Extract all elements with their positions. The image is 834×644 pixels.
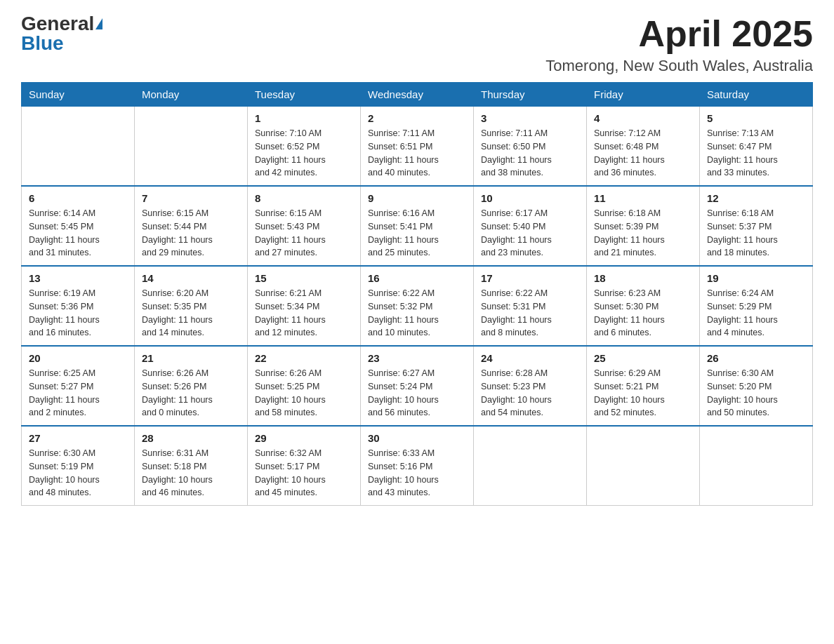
table-row: 21Sunrise: 6:26 AMSunset: 5:26 PMDayligh…	[135, 346, 248, 426]
table-row: 17Sunrise: 6:22 AMSunset: 5:31 PMDayligh…	[474, 266, 587, 346]
day-number: 28	[142, 432, 240, 444]
day-number: 9	[368, 192, 466, 204]
table-row: 18Sunrise: 6:23 AMSunset: 5:30 PMDayligh…	[587, 266, 700, 346]
day-number: 13	[29, 272, 127, 284]
table-row	[700, 426, 813, 506]
day-info: Sunrise: 6:24 AMSunset: 5:29 PMDaylight:…	[707, 287, 805, 340]
day-number: 2	[368, 112, 466, 124]
day-info: Sunrise: 6:33 AMSunset: 5:16 PMDaylight:…	[368, 447, 466, 499]
calendar-body: 1Sunrise: 7:10 AMSunset: 6:52 PMDaylight…	[22, 107, 813, 506]
table-row: 8Sunrise: 6:15 AMSunset: 5:43 PMDaylight…	[248, 186, 361, 266]
table-row: 3Sunrise: 7:11 AMSunset: 6:50 PMDaylight…	[474, 107, 587, 187]
col-sunday: Sunday	[22, 83, 135, 107]
day-info: Sunrise: 6:32 AMSunset: 5:17 PMDaylight:…	[255, 447, 353, 499]
day-number: 22	[255, 352, 353, 364]
day-number: 15	[255, 272, 353, 284]
table-row: 12Sunrise: 6:18 AMSunset: 5:37 PMDayligh…	[700, 186, 813, 266]
day-number: 20	[29, 352, 127, 364]
day-info: Sunrise: 6:16 AMSunset: 5:41 PMDaylight:…	[368, 207, 466, 260]
table-row	[587, 426, 700, 506]
day-number: 17	[481, 272, 579, 284]
calendar-week-row: 27Sunrise: 6:30 AMSunset: 5:19 PMDayligh…	[22, 426, 813, 506]
table-row: 13Sunrise: 6:19 AMSunset: 5:36 PMDayligh…	[22, 266, 135, 346]
day-number: 5	[707, 112, 805, 124]
calendar-title: April 2025	[545, 14, 813, 54]
table-row	[22, 107, 135, 187]
day-info: Sunrise: 6:30 AMSunset: 5:19 PMDaylight:…	[29, 447, 127, 499]
day-info: Sunrise: 6:21 AMSunset: 5:34 PMDaylight:…	[255, 287, 353, 340]
day-number: 25	[594, 352, 692, 364]
day-info: Sunrise: 6:27 AMSunset: 5:24 PMDaylight:…	[368, 367, 466, 420]
day-info: Sunrise: 7:11 AMSunset: 6:51 PMDaylight:…	[368, 127, 466, 180]
table-row: 23Sunrise: 6:27 AMSunset: 5:24 PMDayligh…	[361, 346, 474, 426]
table-row: 19Sunrise: 6:24 AMSunset: 5:29 PMDayligh…	[700, 266, 813, 346]
day-number: 12	[707, 192, 805, 204]
logo: General Blue	[21, 14, 102, 53]
day-number: 6	[29, 192, 127, 204]
table-row: 30Sunrise: 6:33 AMSunset: 5:16 PMDayligh…	[361, 426, 474, 506]
day-info: Sunrise: 7:10 AMSunset: 6:52 PMDaylight:…	[255, 127, 353, 180]
day-info: Sunrise: 7:13 AMSunset: 6:47 PMDaylight:…	[707, 127, 805, 180]
calendar-week-row: 20Sunrise: 6:25 AMSunset: 5:27 PMDayligh…	[22, 346, 813, 426]
day-number: 4	[594, 112, 692, 124]
page-header: General Blue April 2025 Tomerong, New So…	[21, 14, 813, 75]
day-info: Sunrise: 6:15 AMSunset: 5:43 PMDaylight:…	[255, 207, 353, 260]
day-info: Sunrise: 6:18 AMSunset: 5:37 PMDaylight:…	[707, 207, 805, 260]
table-row: 22Sunrise: 6:26 AMSunset: 5:25 PMDayligh…	[248, 346, 361, 426]
table-row: 25Sunrise: 6:29 AMSunset: 5:21 PMDayligh…	[587, 346, 700, 426]
day-info: Sunrise: 7:12 AMSunset: 6:48 PMDaylight:…	[594, 127, 692, 180]
title-block: April 2025 Tomerong, New South Wales, Au…	[545, 14, 813, 75]
day-info: Sunrise: 6:15 AMSunset: 5:44 PMDaylight:…	[142, 207, 240, 260]
calendar-week-row: 1Sunrise: 7:10 AMSunset: 6:52 PMDaylight…	[22, 107, 813, 187]
table-row: 20Sunrise: 6:25 AMSunset: 5:27 PMDayligh…	[22, 346, 135, 426]
table-row	[135, 107, 248, 187]
table-row: 29Sunrise: 6:32 AMSunset: 5:17 PMDayligh…	[248, 426, 361, 506]
day-info: Sunrise: 6:22 AMSunset: 5:32 PMDaylight:…	[368, 287, 466, 340]
day-info: Sunrise: 6:17 AMSunset: 5:40 PMDaylight:…	[481, 207, 579, 260]
day-number: 19	[707, 272, 805, 284]
day-number: 26	[707, 352, 805, 364]
day-info: Sunrise: 6:19 AMSunset: 5:36 PMDaylight:…	[29, 287, 127, 340]
col-wednesday: Wednesday	[361, 83, 474, 107]
table-row: 10Sunrise: 6:17 AMSunset: 5:40 PMDayligh…	[474, 186, 587, 266]
calendar-table: Sunday Monday Tuesday Wednesday Thursday…	[21, 82, 813, 506]
day-info: Sunrise: 6:30 AMSunset: 5:20 PMDaylight:…	[707, 367, 805, 420]
logo-triangle-icon	[95, 18, 102, 29]
table-row: 9Sunrise: 6:16 AMSunset: 5:41 PMDaylight…	[361, 186, 474, 266]
table-row: 28Sunrise: 6:31 AMSunset: 5:18 PMDayligh…	[135, 426, 248, 506]
table-row: 1Sunrise: 7:10 AMSunset: 6:52 PMDaylight…	[248, 107, 361, 187]
day-number: 30	[368, 432, 466, 444]
day-info: Sunrise: 6:25 AMSunset: 5:27 PMDaylight:…	[29, 367, 127, 420]
day-number: 11	[594, 192, 692, 204]
day-info: Sunrise: 6:23 AMSunset: 5:30 PMDaylight:…	[594, 287, 692, 340]
col-thursday: Thursday	[474, 83, 587, 107]
day-number: 23	[368, 352, 466, 364]
day-number: 14	[142, 272, 240, 284]
day-number: 21	[142, 352, 240, 364]
table-row: 11Sunrise: 6:18 AMSunset: 5:39 PMDayligh…	[587, 186, 700, 266]
table-row: 4Sunrise: 7:12 AMSunset: 6:48 PMDaylight…	[587, 107, 700, 187]
col-monday: Monday	[135, 83, 248, 107]
day-info: Sunrise: 7:11 AMSunset: 6:50 PMDaylight:…	[481, 127, 579, 180]
calendar-week-row: 6Sunrise: 6:14 AMSunset: 5:45 PMDaylight…	[22, 186, 813, 266]
calendar-week-row: 13Sunrise: 6:19 AMSunset: 5:36 PMDayligh…	[22, 266, 813, 346]
day-info: Sunrise: 6:31 AMSunset: 5:18 PMDaylight:…	[142, 447, 240, 499]
calendar-header-row: Sunday Monday Tuesday Wednesday Thursday…	[22, 83, 813, 107]
table-row: 16Sunrise: 6:22 AMSunset: 5:32 PMDayligh…	[361, 266, 474, 346]
table-row: 24Sunrise: 6:28 AMSunset: 5:23 PMDayligh…	[474, 346, 587, 426]
day-number: 18	[594, 272, 692, 284]
col-saturday: Saturday	[700, 83, 813, 107]
col-friday: Friday	[587, 83, 700, 107]
logo-general-text: General	[21, 14, 94, 34]
day-number: 3	[481, 112, 579, 124]
day-number: 7	[142, 192, 240, 204]
table-row: 15Sunrise: 6:21 AMSunset: 5:34 PMDayligh…	[248, 266, 361, 346]
day-number: 8	[255, 192, 353, 204]
table-row	[474, 426, 587, 506]
table-row: 26Sunrise: 6:30 AMSunset: 5:20 PMDayligh…	[700, 346, 813, 426]
day-info: Sunrise: 6:20 AMSunset: 5:35 PMDaylight:…	[142, 287, 240, 340]
table-row: 5Sunrise: 7:13 AMSunset: 6:47 PMDaylight…	[700, 107, 813, 187]
table-row: 14Sunrise: 6:20 AMSunset: 5:35 PMDayligh…	[135, 266, 248, 346]
day-info: Sunrise: 6:18 AMSunset: 5:39 PMDaylight:…	[594, 207, 692, 260]
day-info: Sunrise: 6:26 AMSunset: 5:26 PMDaylight:…	[142, 367, 240, 420]
